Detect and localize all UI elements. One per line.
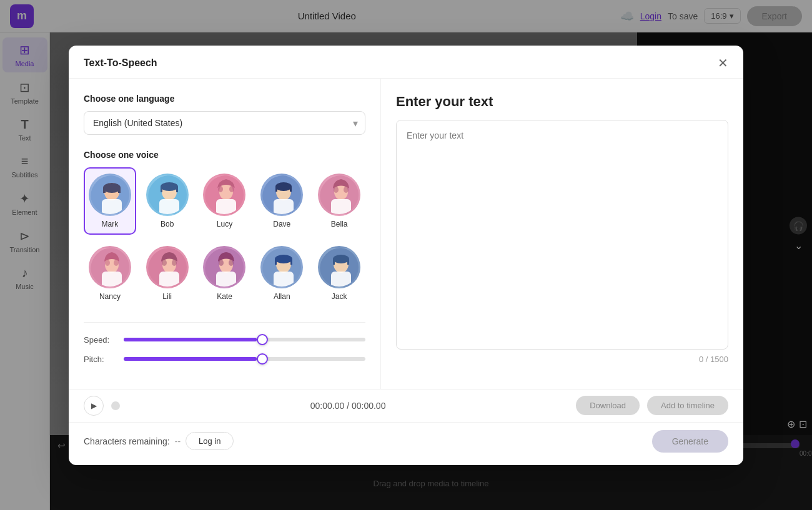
speed-label: Speed:	[84, 335, 115, 345]
voice-name-bella: Bella	[331, 220, 348, 228]
speed-slider-thumb[interactable]	[257, 334, 268, 345]
voice-name-bob: Bob	[161, 220, 174, 228]
svg-rect-15	[216, 199, 236, 216]
modal-title: Text-To-Speech	[84, 57, 157, 69]
modal-footer: Characters remaining: -- Log in Generate	[69, 422, 743, 465]
svg-rect-22	[275, 187, 277, 192]
play-button[interactable]: ▶	[84, 396, 104, 416]
voice-name-lili: Lili	[162, 292, 172, 301]
svg-point-43	[229, 260, 234, 266]
voice-avatar-jack	[318, 246, 360, 288]
left-panel: Choose one language English (United Stat…	[69, 79, 381, 389]
playback-bar: ▶ 00:00.00 / 00:00.00 Download Add to ti…	[69, 389, 743, 422]
svg-point-10	[161, 182, 178, 191]
svg-rect-20	[274, 199, 294, 216]
voice-avatar-mark	[89, 174, 131, 216]
svg-rect-55	[347, 259, 349, 265]
right-panel: Enter your text 0 / 1500	[381, 79, 743, 389]
svg-point-38	[172, 260, 177, 266]
svg-rect-5	[103, 188, 106, 193]
svg-point-27	[334, 187, 339, 193]
svg-rect-9	[159, 199, 179, 216]
chars-remaining: Characters remaining: -- Log in	[84, 432, 234, 450]
svg-rect-11	[161, 187, 162, 192]
voice-name-allan: Allan	[274, 292, 290, 301]
voice-name-lucy: Lucy	[217, 220, 232, 228]
pitch-label: Pitch:	[84, 355, 115, 364]
voice-nancy[interactable]: Nancy	[84, 240, 136, 307]
speed-slider-track[interactable]	[124, 338, 365, 341]
pitch-slider-row: Pitch:	[84, 355, 365, 364]
voice-name-dave: Dave	[273, 220, 290, 228]
voice-avatar-allan	[260, 246, 303, 288]
svg-rect-36	[159, 272, 179, 288]
svg-point-17	[229, 186, 234, 192]
svg-rect-31	[102, 272, 122, 288]
voice-avatar-dave	[260, 174, 303, 216]
svg-point-28	[344, 187, 349, 193]
voice-avatar-bob	[146, 174, 189, 216]
voice-lucy[interactable]: Lucy	[199, 167, 251, 235]
modal-body: Choose one language English (United Stat…	[69, 79, 743, 389]
svg-point-21	[275, 182, 292, 191]
voice-allan[interactable]: Allan	[255, 240, 308, 307]
svg-point-42	[219, 260, 224, 266]
voice-mark[interactable]: Mark	[84, 167, 136, 235]
svg-rect-46	[274, 272, 294, 288]
voice-name-nancy: Nancy	[99, 292, 121, 301]
add-to-timeline-button[interactable]: Add to timeline	[647, 396, 728, 415]
footer-row: Characters remaining: -- Log in Generate	[84, 430, 728, 453]
download-button[interactable]: Download	[576, 396, 640, 415]
svg-rect-49	[290, 259, 292, 265]
svg-point-53	[333, 255, 349, 263]
voice-dave[interactable]: Dave	[255, 167, 308, 235]
svg-rect-6	[118, 188, 121, 193]
voice-bella[interactable]: Bella	[313, 167, 365, 235]
svg-rect-52	[331, 272, 351, 288]
voice-name-kate: Kate	[217, 292, 232, 301]
generate-button[interactable]: Generate	[652, 430, 728, 453]
text-input[interactable]	[396, 120, 728, 350]
svg-point-37	[162, 260, 167, 266]
voice-avatar-lucy	[203, 174, 245, 216]
svg-rect-48	[275, 259, 277, 265]
voice-section-label: Choose one voice	[84, 150, 365, 160]
svg-rect-3	[102, 199, 122, 216]
divider	[84, 322, 365, 323]
svg-rect-12	[176, 187, 178, 192]
svg-rect-26	[331, 199, 351, 216]
right-panel-title: Enter your text	[396, 94, 728, 110]
pitch-slider-fill	[124, 357, 257, 361]
progress-indicator	[111, 401, 120, 410]
voice-kate[interactable]: Kate	[199, 240, 251, 307]
voice-avatar-nancy	[89, 246, 131, 288]
language-section-label: Choose one language	[84, 94, 365, 104]
speed-slider-row: Speed:	[84, 335, 365, 345]
voice-bob[interactable]: Bob	[141, 167, 194, 235]
tts-modal: Text-To-Speech ✕ Choose one language Eng…	[69, 46, 743, 465]
modal-overlay: Text-To-Speech ✕ Choose one language Eng…	[0, 0, 812, 510]
svg-point-33	[114, 260, 119, 266]
svg-point-16	[218, 186, 223, 192]
voice-jack[interactable]: Jack	[313, 240, 365, 307]
char-count: 0 / 1500	[396, 355, 728, 364]
svg-point-47	[275, 255, 292, 263]
voice-grid: Mark	[84, 167, 365, 307]
voice-name-mark: Mark	[102, 220, 119, 228]
svg-rect-41	[216, 272, 236, 288]
login-small-button[interactable]: Log in	[186, 432, 234, 450]
voice-lili[interactable]: Lili	[141, 240, 194, 307]
chars-value: --	[175, 436, 181, 446]
svg-point-4	[103, 183, 121, 193]
speed-slider-fill	[124, 338, 257, 341]
language-select[interactable]: English (United States)	[84, 111, 365, 135]
pitch-slider-track[interactable]	[124, 357, 365, 361]
voice-avatar-lili	[146, 246, 189, 288]
close-button[interactable]: ✕	[718, 57, 728, 69]
chars-remaining-label: Characters remaining:	[84, 436, 170, 446]
language-select-wrapper: English (United States) ▾	[84, 111, 365, 135]
svg-rect-23	[290, 187, 292, 192]
pitch-slider-thumb[interactable]	[257, 353, 268, 365]
svg-point-32	[105, 260, 110, 266]
modal-header: Text-To-Speech ✕	[69, 46, 743, 79]
